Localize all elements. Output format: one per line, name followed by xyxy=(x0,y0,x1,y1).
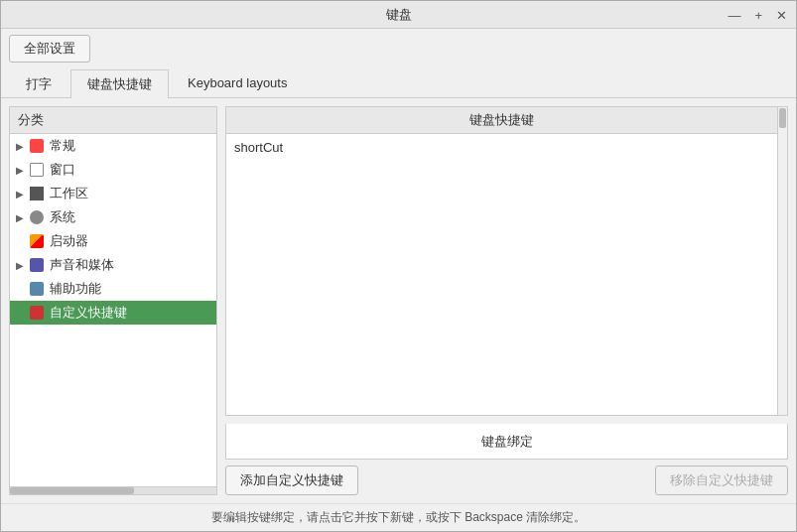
media-icon xyxy=(28,256,46,274)
shortcut-label: shortCut xyxy=(234,140,769,155)
normal-icon xyxy=(28,137,46,155)
tree-item-custom[interactable]: 自定义快捷键 xyxy=(10,301,216,325)
titlebar: 键盘 — + ✕ xyxy=(1,1,796,29)
window-controls: — + ✕ xyxy=(725,8,790,21)
all-settings-button[interactable]: 全部设置 xyxy=(9,35,90,63)
tab-typing[interactable]: 打字 xyxy=(9,69,68,98)
window-icon xyxy=(28,161,46,179)
tree-item-workspace-label: 工作区 xyxy=(50,185,210,202)
main-content: 分类 ▶ 常规 ▶ 窗口 ▶ 工作区 ▶ xyxy=(1,98,796,503)
arrow-icon: ▶ xyxy=(16,212,28,223)
tree-item-workspace[interactable]: ▶ 工作区 xyxy=(10,182,216,205)
tree-item-system[interactable]: ▶ 系统 xyxy=(10,205,216,229)
tree-item-accessibility-label: 辅助功能 xyxy=(50,280,210,298)
keyboard-window: 键盘 — + ✕ 全部设置 打字 键盘快捷键 Keyboard layouts … xyxy=(0,0,797,532)
status-text: 要编辑按键绑定，请点击它并按下新键，或按下 Backspace 清除绑定。 xyxy=(211,510,586,524)
arrow-icon: ▶ xyxy=(16,189,28,200)
toolbar: 全部设置 xyxy=(1,29,796,68)
tree-item-launcher[interactable]: 启动器 xyxy=(10,229,216,253)
tree-item-normal[interactable]: ▶ 常规 xyxy=(10,134,216,158)
table-row[interactable]: shortCut xyxy=(226,136,777,159)
window-title: 键盘 xyxy=(386,6,412,24)
add-shortcut-button[interactable]: 添加自定义快捷键 xyxy=(225,466,358,495)
tab-shortcuts[interactable]: 键盘快捷键 xyxy=(70,69,169,98)
shortcuts-header: 键盘快捷键 xyxy=(226,107,777,134)
system-icon xyxy=(28,208,46,226)
tree-item-media-label: 声音和媒体 xyxy=(50,256,210,274)
tree-item-media[interactable]: ▶ 声音和媒体 xyxy=(10,253,216,277)
close-button[interactable]: ✕ xyxy=(773,8,790,21)
tree-item-normal-label: 常规 xyxy=(50,137,210,155)
category-tree: ▶ 常规 ▶ 窗口 ▶ 工作区 ▶ 系统 xyxy=(10,134,216,486)
minimize-button[interactable]: — xyxy=(725,8,743,21)
tab-layouts[interactable]: Keyboard layouts xyxy=(171,69,304,98)
shortcuts-body: shortCut xyxy=(226,134,777,415)
scrollbar-thumb xyxy=(10,487,134,494)
shortcuts-table: 键盘快捷键 shortCut xyxy=(225,106,778,416)
tree-item-launcher-label: 启动器 xyxy=(50,232,210,250)
tree-item-system-label: 系统 xyxy=(50,208,210,226)
arrow-icon: ▶ xyxy=(16,141,28,152)
bottom-buttons: 添加自定义快捷键 移除自定义快捷键 xyxy=(225,460,788,495)
workspace-icon xyxy=(28,185,46,202)
remove-shortcut-button[interactable]: 移除自定义快捷键 xyxy=(655,466,788,495)
tree-item-accessibility[interactable]: 辅助功能 xyxy=(10,277,216,301)
accessibility-icon xyxy=(28,280,46,298)
arrow-icon: ▶ xyxy=(16,260,28,271)
tree-item-custom-label: 自定义快捷键 xyxy=(50,304,210,322)
custom-icon xyxy=(28,304,46,322)
tree-item-window[interactable]: ▶ 窗口 xyxy=(10,158,216,182)
shortcuts-section: 键盘快捷键 shortCut xyxy=(225,106,788,416)
arrow-icon: ▶ xyxy=(16,165,28,176)
binding-header: 键盘绑定 xyxy=(481,433,533,451)
category-header: 分类 xyxy=(10,107,216,134)
right-panel: 键盘快捷键 shortCut 键盘绑定 添加自定义快捷键 移除自定义快捷键 xyxy=(225,106,788,495)
launcher-icon xyxy=(28,232,46,250)
binding-section: 键盘绑定 xyxy=(225,424,788,460)
horizontal-scrollbar[interactable] xyxy=(10,486,216,494)
maximize-button[interactable]: + xyxy=(751,8,765,21)
category-panel: 分类 ▶ 常规 ▶ 窗口 ▶ 工作区 ▶ xyxy=(9,106,217,495)
status-bar: 要编辑按键绑定，请点击它并按下新键，或按下 Backspace 清除绑定。 xyxy=(1,503,796,531)
vertical-scrollbar[interactable] xyxy=(778,106,788,416)
scrollbar-thumb xyxy=(779,108,786,128)
tree-item-window-label: 窗口 xyxy=(50,161,210,179)
tab-bar: 打字 键盘快捷键 Keyboard layouts xyxy=(1,68,796,98)
